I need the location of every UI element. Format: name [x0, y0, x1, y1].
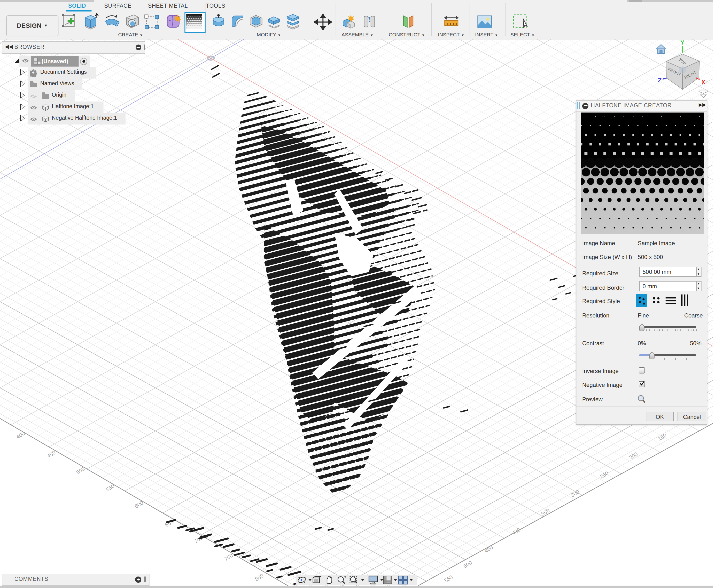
svg-text:150: 150	[657, 432, 668, 442]
svg-text:450: 450	[46, 449, 57, 459]
svg-text:250: 250	[599, 470, 610, 480]
svg-text:Z: Z	[658, 77, 662, 84]
svg-text:550: 550	[443, 574, 454, 584]
svg-text:400: 400	[511, 526, 521, 536]
svg-text:Y: Y	[680, 39, 684, 46]
svg-text:X: X	[701, 79, 706, 86]
svg-text:750: 750	[223, 552, 234, 562]
svg-text:400: 400	[15, 430, 26, 440]
svg-text:500: 500	[462, 560, 473, 569]
svg-text:800: 800	[254, 572, 265, 582]
svg-text:450: 450	[484, 544, 494, 554]
